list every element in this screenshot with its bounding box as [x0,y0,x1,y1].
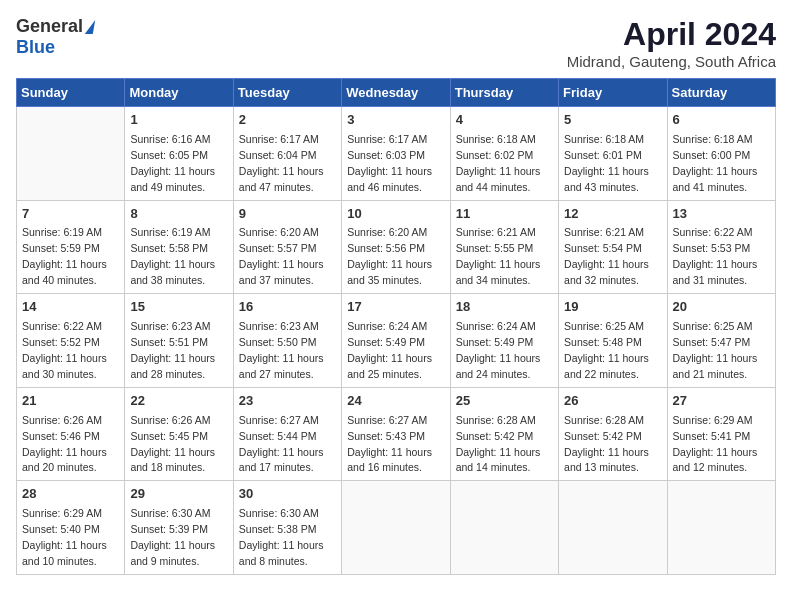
daylight-text: Daylight: 11 hours and 8 minutes. [239,539,324,567]
sunrise-text: Sunrise: 6:23 AM [130,320,210,332]
sunrise-text: Sunrise: 6:29 AM [673,414,753,426]
sunset-text: Sunset: 5:47 PM [673,336,751,348]
sunrise-text: Sunrise: 6:16 AM [130,133,210,145]
sunrise-text: Sunrise: 6:20 AM [347,226,427,238]
sunset-text: Sunset: 5:46 PM [22,430,100,442]
sunrise-text: Sunrise: 6:30 AM [130,507,210,519]
daylight-text: Daylight: 11 hours and 9 minutes. [130,539,215,567]
sunrise-text: Sunrise: 6:18 AM [673,133,753,145]
sunset-text: Sunset: 6:03 PM [347,149,425,161]
calendar-week-3: 14Sunrise: 6:22 AMSunset: 5:52 PMDayligh… [17,294,776,388]
weekday-header-sunday: Sunday [17,79,125,107]
calendar-cell [17,107,125,201]
calendar-cell: 9Sunrise: 6:20 AMSunset: 5:57 PMDaylight… [233,200,341,294]
sunrise-text: Sunrise: 6:26 AM [130,414,210,426]
daylight-text: Daylight: 11 hours and 20 minutes. [22,446,107,474]
sunset-text: Sunset: 5:52 PM [22,336,100,348]
daylight-text: Daylight: 11 hours and 13 minutes. [564,446,649,474]
sunrise-text: Sunrise: 6:28 AM [456,414,536,426]
calendar-week-5: 28Sunrise: 6:29 AMSunset: 5:40 PMDayligh… [17,481,776,575]
daylight-text: Daylight: 11 hours and 30 minutes. [22,352,107,380]
calendar-cell: 28Sunrise: 6:29 AMSunset: 5:40 PMDayligh… [17,481,125,575]
day-number: 24 [347,392,444,411]
day-number: 20 [673,298,770,317]
day-number: 30 [239,485,336,504]
sunset-text: Sunset: 6:02 PM [456,149,534,161]
calendar-cell [559,481,667,575]
calendar-week-4: 21Sunrise: 6:26 AMSunset: 5:46 PMDayligh… [17,387,776,481]
day-number: 7 [22,205,119,224]
calendar-cell: 12Sunrise: 6:21 AMSunset: 5:54 PMDayligh… [559,200,667,294]
daylight-text: Daylight: 11 hours and 22 minutes. [564,352,649,380]
sunset-text: Sunset: 5:53 PM [673,242,751,254]
sunset-text: Sunset: 5:39 PM [130,523,208,535]
sunset-text: Sunset: 5:58 PM [130,242,208,254]
daylight-text: Daylight: 11 hours and 28 minutes. [130,352,215,380]
day-number: 2 [239,111,336,130]
calendar-cell: 16Sunrise: 6:23 AMSunset: 5:50 PMDayligh… [233,294,341,388]
calendar-header-row: SundayMondayTuesdayWednesdayThursdayFrid… [17,79,776,107]
calendar-cell: 24Sunrise: 6:27 AMSunset: 5:43 PMDayligh… [342,387,450,481]
calendar-cell [667,481,775,575]
daylight-text: Daylight: 11 hours and 38 minutes. [130,258,215,286]
day-number: 15 [130,298,227,317]
calendar-cell: 21Sunrise: 6:26 AMSunset: 5:46 PMDayligh… [17,387,125,481]
day-number: 29 [130,485,227,504]
logo: General Blue [16,16,94,58]
sunrise-text: Sunrise: 6:27 AM [347,414,427,426]
sunrise-text: Sunrise: 6:29 AM [22,507,102,519]
day-number: 26 [564,392,661,411]
daylight-text: Daylight: 11 hours and 43 minutes. [564,165,649,193]
daylight-text: Daylight: 11 hours and 41 minutes. [673,165,758,193]
sunset-text: Sunset: 5:49 PM [347,336,425,348]
calendar-cell: 20Sunrise: 6:25 AMSunset: 5:47 PMDayligh… [667,294,775,388]
sunrise-text: Sunrise: 6:27 AM [239,414,319,426]
page-header: General Blue April 2024 Midrand, Gauteng… [16,16,776,70]
weekday-header-monday: Monday [125,79,233,107]
calendar-cell: 23Sunrise: 6:27 AMSunset: 5:44 PMDayligh… [233,387,341,481]
sunrise-text: Sunrise: 6:22 AM [673,226,753,238]
sunrise-text: Sunrise: 6:18 AM [456,133,536,145]
calendar-cell: 13Sunrise: 6:22 AMSunset: 5:53 PMDayligh… [667,200,775,294]
day-number: 13 [673,205,770,224]
calendar-cell: 30Sunrise: 6:30 AMSunset: 5:38 PMDayligh… [233,481,341,575]
weekday-header-friday: Friday [559,79,667,107]
calendar-table: SundayMondayTuesdayWednesdayThursdayFrid… [16,78,776,575]
daylight-text: Daylight: 11 hours and 35 minutes. [347,258,432,286]
sunset-text: Sunset: 5:42 PM [564,430,642,442]
daylight-text: Daylight: 11 hours and 49 minutes. [130,165,215,193]
sunset-text: Sunset: 6:01 PM [564,149,642,161]
day-number: 21 [22,392,119,411]
sunrise-text: Sunrise: 6:21 AM [564,226,644,238]
calendar-cell [450,481,558,575]
sunset-text: Sunset: 5:45 PM [130,430,208,442]
sunset-text: Sunset: 5:54 PM [564,242,642,254]
calendar-cell: 7Sunrise: 6:19 AMSunset: 5:59 PMDaylight… [17,200,125,294]
sunrise-text: Sunrise: 6:30 AM [239,507,319,519]
day-number: 8 [130,205,227,224]
sunrise-text: Sunrise: 6:25 AM [673,320,753,332]
daylight-text: Daylight: 11 hours and 46 minutes. [347,165,432,193]
sunrise-text: Sunrise: 6:23 AM [239,320,319,332]
sunset-text: Sunset: 6:00 PM [673,149,751,161]
calendar-cell: 8Sunrise: 6:19 AMSunset: 5:58 PMDaylight… [125,200,233,294]
day-number: 1 [130,111,227,130]
weekday-header-wednesday: Wednesday [342,79,450,107]
daylight-text: Daylight: 11 hours and 14 minutes. [456,446,541,474]
day-number: 5 [564,111,661,130]
daylight-text: Daylight: 11 hours and 37 minutes. [239,258,324,286]
weekday-header-tuesday: Tuesday [233,79,341,107]
sunrise-text: Sunrise: 6:21 AM [456,226,536,238]
sunset-text: Sunset: 5:59 PM [22,242,100,254]
calendar-cell: 18Sunrise: 6:24 AMSunset: 5:49 PMDayligh… [450,294,558,388]
calendar-cell: 26Sunrise: 6:28 AMSunset: 5:42 PMDayligh… [559,387,667,481]
day-number: 22 [130,392,227,411]
daylight-text: Daylight: 11 hours and 27 minutes. [239,352,324,380]
calendar-cell: 19Sunrise: 6:25 AMSunset: 5:48 PMDayligh… [559,294,667,388]
daylight-text: Daylight: 11 hours and 40 minutes. [22,258,107,286]
daylight-text: Daylight: 11 hours and 24 minutes. [456,352,541,380]
month-title: April 2024 [567,16,776,53]
daylight-text: Daylight: 11 hours and 32 minutes. [564,258,649,286]
day-number: 25 [456,392,553,411]
sunset-text: Sunset: 6:04 PM [239,149,317,161]
